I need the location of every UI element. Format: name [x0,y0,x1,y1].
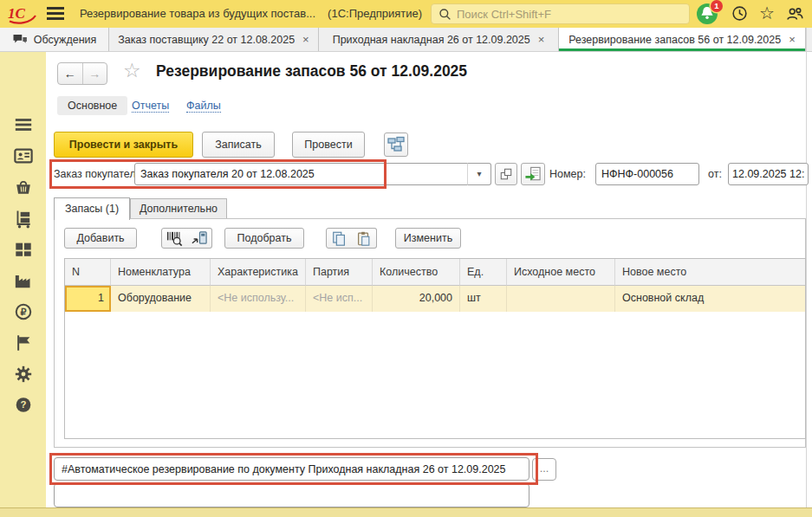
users-icon[interactable] [785,4,804,26]
sections-menu-icon[interactable] [14,115,33,137]
close-icon[interactable]: × [789,33,796,46]
table-row: 1 Оборудование <Не использу... <Не исп..… [65,286,805,312]
notification-badge: 1 [711,0,723,12]
col-header-nomenclature[interactable]: Номенклатура [111,259,211,286]
barcode-scan-button[interactable] [161,228,187,249]
cell-batch[interactable]: <Не исп... [306,286,373,312]
notifications-bell-icon[interactable]: 1 [697,3,718,24]
main-menu-icon[interactable] [47,7,64,21]
navlink-reports[interactable]: Отчеты [132,100,169,113]
tab-stock-reservation-active[interactable]: Резервирование запасов 56 от 12.09.2025 … [559,28,806,51]
cell-characteristic[interactable]: <Не использу... [211,286,306,312]
settings-gear-icon[interactable] [14,365,33,386]
global-search[interactable] [431,3,690,24]
pick-items-button[interactable]: Подобрать [224,228,304,249]
edit-row-button[interactable]: Изменить [395,228,461,249]
open-icon [499,167,513,181]
sales-cart-icon[interactable] [13,209,33,231]
purchases-basket-icon[interactable] [14,178,33,199]
stock-tab-panel: Добавить Подобрать Изменить N [54,218,806,448]
svg-text:1С: 1С [8,5,26,22]
window-title: Резервирование товара из будущих постав.… [80,7,422,20]
chat-icon [12,33,28,47]
col-header-n[interactable]: N [65,259,111,286]
post-and-close-button[interactable]: Провести и закрыть [54,132,193,158]
add-row-button[interactable]: Добавить [64,228,137,249]
tab-additional[interactable]: Дополнительно [130,198,227,218]
history-icon[interactable] [731,4,749,25]
history-nav-group: ← → [57,62,107,85]
document-green-arrow-icon [524,165,542,183]
tab-stock[interactable]: Запасы (1) [54,197,130,220]
navlink-files[interactable]: Файлы [186,100,221,113]
items-table: N Номенклатура Характеристика Партия Кол… [64,258,806,439]
help-question-icon[interactable]: ? [14,396,32,417]
post-button[interactable]: Провести [292,132,365,158]
col-header-quantity[interactable]: Количество [373,259,460,286]
create-based-on-button[interactable] [384,132,408,157]
navlink-main[interactable]: Основное [57,96,127,115]
favorites-star-icon[interactable]: ☆ [759,3,775,23]
comment-expand-button[interactable]: ... [532,458,556,481]
bottom-strip [0,507,812,517]
write-button[interactable]: Записать [202,132,275,158]
barcode-icon [166,229,183,247]
col-header-new-location[interactable]: Новое место [615,259,805,286]
customer-order-input[interactable] [134,163,468,185]
cell-new-location[interactable]: Основной склад [615,286,805,312]
window-right-border [806,28,807,507]
number-label: Номер: [549,168,586,180]
show-in-list-button[interactable] [521,163,545,185]
ruble-glyph: ₽ [20,307,26,317]
production-factory-icon[interactable] [13,271,33,293]
secondary-comment-field[interactable] [54,483,529,507]
search-icon [438,7,452,22]
customer-order-label: Заказ покупателя: [54,168,145,180]
close-icon[interactable]: × [538,33,545,46]
tab-discussions[interactable]: Обсуждения [0,28,109,51]
data-terminal-button[interactable] [186,228,212,249]
tab-incoming-invoice[interactable]: Приходная накладная 26 от 12.09.2025 × [319,28,559,51]
close-icon[interactable]: × [302,33,309,46]
crm-contact-card-icon[interactable] [13,146,33,168]
table-header-row: N Номенклатура Характеристика Партия Кол… [65,259,805,286]
top-bar: 1С Резервирование товара из будущих пост… [0,0,812,28]
col-header-characteristic[interactable]: Характеристика [211,259,306,286]
cell-quantity[interactable]: 20,000 [373,286,460,312]
paste-icon [355,230,372,247]
forward-button[interactable]: → [83,63,107,84]
date-input[interactable] [728,163,809,185]
tab-supplier-order[interactable]: Заказ поставщику 22 от 12.08.2025 × [109,28,319,51]
col-header-source-location[interactable]: Исходное место [507,259,615,286]
question-glyph: ? [20,399,26,410]
copy-icon [331,230,348,247]
col-header-batch[interactable]: Партия [306,259,373,286]
number-input[interactable] [595,163,699,185]
chevron-down-icon[interactable]: ▾ [467,163,491,185]
col-header-unit[interactable]: Ед. [460,259,507,286]
open-link-button[interactable] [495,163,517,185]
warehouse-blocks-icon[interactable] [14,240,33,262]
paste-rows-button[interactable] [351,228,377,249]
cell-nomenclature[interactable]: Оборудование [111,286,211,312]
company-flag-icon[interactable] [14,333,33,355]
search-input[interactable] [457,8,683,21]
app-window: 1С Резервирование товара из будущих пост… [0,0,812,517]
date-label: от: [708,168,722,180]
cell-n-selected[interactable]: 1 [65,286,111,312]
hierarchy-icon [387,136,406,153]
money-ruble-icon[interactable]: ₽ [14,302,33,324]
sidebar: ₽ ? [0,52,46,508]
comment-input[interactable] [54,457,529,481]
window-tab-bar: Обсуждения Заказ поставщику 22 от 12.08.… [0,28,812,52]
1c-logo-icon: 1С [7,4,38,28]
terminal-device-icon [191,229,208,247]
page-title: Резервирование запасов 56 от 12.09.2025 [156,62,467,81]
back-button[interactable]: ← [58,63,83,84]
cell-unit[interactable]: шт [460,286,507,312]
add-to-favorites-icon[interactable]: ☆ [123,59,141,82]
cell-source-location[interactable] [507,286,615,312]
copy-rows-button[interactable] [326,228,352,249]
